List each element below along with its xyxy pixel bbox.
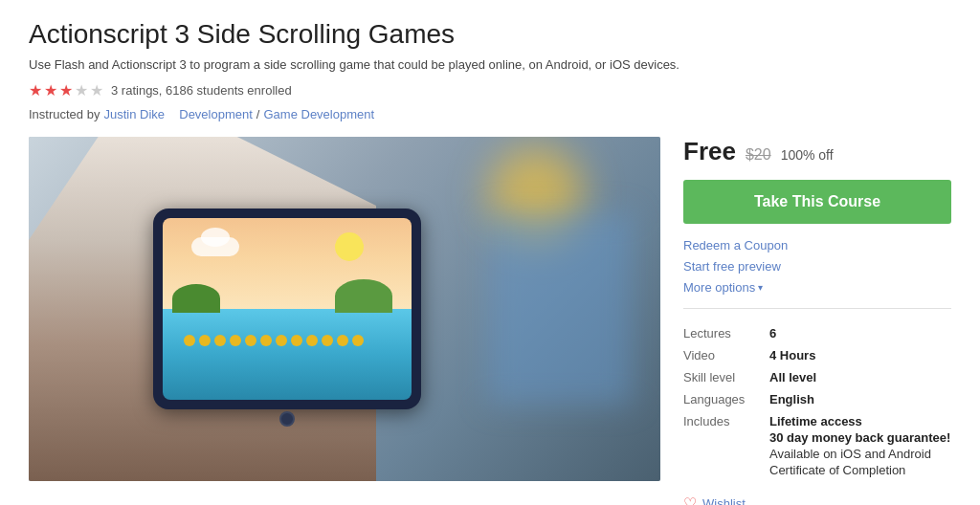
wishlist-row[interactable]: ♡ Wishlist bbox=[683, 494, 951, 505]
instructor-link[interactable]: Justin Dike bbox=[103, 107, 165, 121]
star-1: ★ bbox=[29, 81, 42, 99]
video-value: 4 Hours bbox=[769, 348, 815, 362]
game-sun bbox=[335, 232, 364, 261]
info-video: Video 4 Hours bbox=[683, 344, 951, 366]
subcategory-link[interactable]: Game Development bbox=[263, 107, 374, 121]
include-certificate: Certificate of Completion bbox=[769, 463, 950, 477]
skill-label: Skill level bbox=[683, 370, 769, 384]
info-lectures: Lectures 6 bbox=[683, 322, 951, 344]
game-coins bbox=[182, 326, 402, 355]
coupon-row: Redeem a Coupon bbox=[683, 237, 951, 252]
category-link[interactable]: Development bbox=[179, 107, 253, 121]
tablet-device bbox=[153, 209, 421, 409]
coin-4 bbox=[230, 335, 241, 346]
course-subtitle: Use Flash and Actionscript 3 to program … bbox=[29, 57, 679, 72]
more-options-button[interactable]: More options ▾ bbox=[683, 280, 763, 295]
lectures-label: Lectures bbox=[683, 326, 769, 340]
coin-10 bbox=[322, 335, 333, 346]
price-free: Free bbox=[683, 137, 736, 166]
price-discount: 100% off bbox=[781, 147, 834, 163]
include-guarantee: 30 day money back guarantee! bbox=[769, 430, 950, 445]
chevron-down-icon: ▾ bbox=[758, 282, 763, 293]
includes-list: Lifetime access 30 day money back guaran… bbox=[769, 414, 950, 477]
include-ios-android: Available on iOS and Android bbox=[769, 447, 950, 461]
heart-icon: ♡ bbox=[683, 494, 697, 505]
star-5: ★ bbox=[90, 81, 103, 99]
preview-row: Start free preview bbox=[683, 258, 951, 274]
coin-12 bbox=[352, 335, 364, 346]
preview-link[interactable]: Start free preview bbox=[683, 259, 781, 274]
star-3: ★ bbox=[59, 81, 73, 99]
game-water bbox=[163, 309, 412, 400]
info-language: Languages English bbox=[683, 388, 951, 410]
wishlist-label: Wishlist bbox=[702, 496, 746, 505]
coin-9 bbox=[306, 335, 318, 346]
bg-blue-blur bbox=[488, 213, 632, 405]
lectures-value: 6 bbox=[769, 326, 776, 340]
info-skill: Skill level All level bbox=[683, 366, 951, 388]
take-course-button[interactable]: Take This Course bbox=[683, 180, 951, 224]
star-2: ★ bbox=[44, 81, 57, 99]
game-island-1 bbox=[172, 284, 220, 313]
coupon-link[interactable]: Redeem a Coupon bbox=[683, 238, 788, 252]
language-value: English bbox=[769, 392, 814, 406]
game-island-2 bbox=[335, 279, 392, 313]
page-container: Actionscript 3 Side Scrolling Games Use … bbox=[0, 0, 980, 505]
coin-3 bbox=[214, 335, 226, 346]
coin-1 bbox=[184, 335, 195, 346]
rating-row: ★ ★ ★ ★ ★ 3 ratings, 6186 students enrol… bbox=[29, 81, 951, 99]
instructor-label: Instructed by bbox=[29, 107, 100, 121]
tablet-screen bbox=[163, 218, 412, 400]
coin-8 bbox=[291, 335, 302, 346]
rating-text: 3 ratings, 6186 students enrolled bbox=[111, 83, 292, 98]
price-original: $20 bbox=[746, 146, 771, 164]
content-area: Free $20 100% off Take This Course Redee… bbox=[29, 137, 951, 505]
video-label: Video bbox=[683, 348, 769, 362]
more-options-label: More options bbox=[683, 280, 755, 295]
price-panel: Free $20 100% off Take This Course Redee… bbox=[683, 137, 951, 505]
course-image bbox=[29, 137, 660, 481]
info-includes: Includes Lifetime access 30 day money ba… bbox=[683, 410, 951, 481]
coin-6 bbox=[260, 335, 272, 346]
coin-5 bbox=[245, 335, 256, 346]
star-4: ★ bbox=[75, 81, 88, 99]
include-lifetime: Lifetime access bbox=[769, 414, 950, 428]
game-cloud bbox=[191, 237, 239, 256]
divider bbox=[683, 308, 951, 309]
language-label: Languages bbox=[683, 392, 769, 406]
star-rating: ★ ★ ★ ★ ★ bbox=[29, 81, 103, 99]
includes-label: Includes bbox=[683, 414, 769, 477]
coin-7 bbox=[276, 335, 287, 346]
course-title: Actionscript 3 Side Scrolling Games bbox=[29, 19, 951, 50]
more-options-row: More options ▾ bbox=[683, 279, 951, 295]
price-row: Free $20 100% off bbox=[683, 137, 951, 166]
course-info-table: Lectures 6 Video 4 Hours Skill level All… bbox=[683, 322, 951, 481]
tablet-home-button bbox=[279, 411, 295, 427]
breadcrumb-separator: / bbox=[256, 107, 260, 121]
skill-value: All level bbox=[769, 370, 816, 384]
instructor-row: Instructed by Justin Dike Development / … bbox=[29, 107, 951, 121]
coin-11 bbox=[337, 335, 348, 346]
coin-2 bbox=[199, 335, 211, 346]
